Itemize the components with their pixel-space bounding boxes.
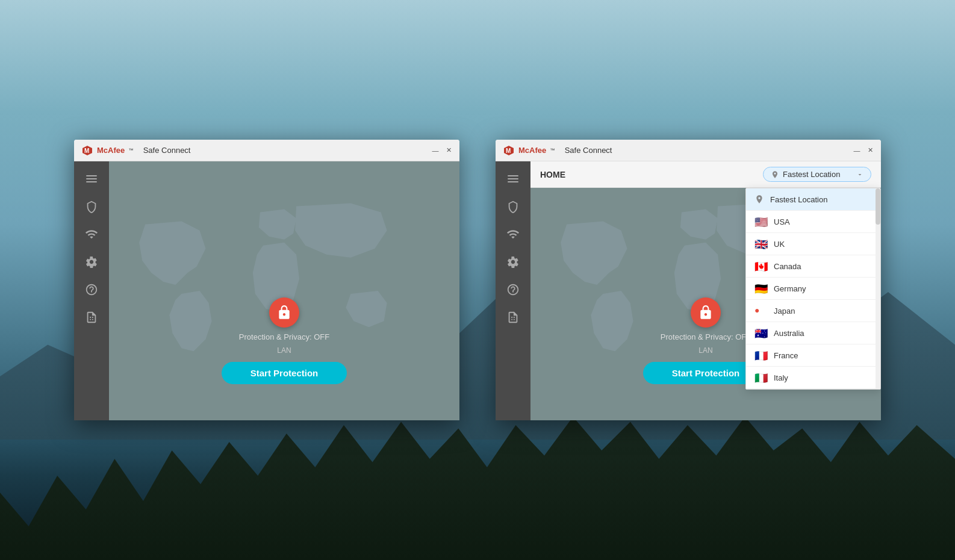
title-bar-2: M McAfee™ Safe Connect — ✕ — [496, 140, 881, 161]
sidebar-shield-2[interactable] — [502, 195, 524, 218]
logo-area-2: M McAfee™ Safe Connect — [503, 145, 853, 157]
svg-text:M: M — [84, 148, 89, 154]
hamburger-icon-1 — [84, 173, 99, 185]
lock-svg-2 — [698, 305, 714, 320]
japan-flag: ● — [754, 306, 768, 316]
info-icon-1 — [85, 311, 98, 324]
info-icon-2 — [506, 311, 520, 324]
protection-text-2: Protection & Privacy: OFF — [661, 332, 751, 341]
svg-text:M: M — [506, 148, 511, 154]
dropdown-item-uk[interactable]: 🇬🇧 UK — [746, 233, 880, 255]
title-app-1: Safe Connect — [143, 146, 191, 155]
dropdown-item-australia[interactable]: 🇦🇺 Australia — [746, 322, 880, 344]
location-text-2: Fastest Location — [783, 170, 853, 179]
dropdown-item-uk-label: UK — [774, 240, 785, 249]
germany-flag: 🇩🇪 — [754, 284, 768, 293]
sidebar-info-1[interactable] — [80, 306, 103, 329]
lock-svg-1 — [276, 305, 292, 320]
australia-flag: 🇦🇺 — [754, 328, 768, 338]
minimize-btn-1[interactable]: — — [432, 147, 439, 154]
dropdown-item-italy-label: Italy — [774, 373, 788, 382]
sidebar-settings-1[interactable] — [80, 250, 103, 273]
app-body-1: HOME Fastest Location — [74, 161, 459, 420]
sidebar-info-2[interactable] — [502, 306, 524, 329]
sidebar-help-2[interactable] — [502, 278, 524, 301]
logo-area-1: M McAfee™ Safe Connect — [81, 145, 432, 157]
usa-flag: 🇺🇸 — [754, 217, 768, 226]
dropdown-item-germany[interactable]: 🇩🇪 Germany — [746, 278, 880, 300]
dropdown-item-japan-label: Japan — [774, 306, 795, 316]
sidebar-wifi-2[interactable] — [502, 223, 524, 246]
windows-container: M McAfee™ Safe Connect — ✕ — [0, 0, 955, 560]
gear-icon-2 — [506, 255, 520, 269]
sidebar-menu-1[interactable] — [80, 167, 103, 190]
title-tm-1: ™ — [128, 148, 133, 153]
dropdown-item-france-label: France — [774, 351, 798, 360]
wifi-icon-1 — [85, 228, 98, 241]
content-center-1: Protection & Privacy: OFF LAN Start Prot… — [109, 297, 459, 384]
location-dropdown-2[interactable]: Fastest Location — [763, 167, 871, 182]
fastest-location-pin-icon — [754, 194, 764, 204]
italy-flag: 🇮🇹 — [754, 373, 768, 382]
close-btn-1[interactable]: ✕ — [445, 147, 452, 154]
shield-icon-2 — [506, 200, 520, 213]
title-app-2: Safe Connect — [565, 146, 612, 155]
sidebar-shield-1[interactable] — [80, 195, 103, 218]
app-body-2: HOME Fastest Location Fastest Location — [496, 161, 881, 420]
lock-icon-1 — [269, 297, 299, 328]
main-content-2: HOME Fastest Location Fastest Location — [530, 161, 881, 420]
help-icon-1 — [85, 283, 98, 296]
sidebar-1 — [74, 161, 109, 420]
gear-icon-1 — [85, 255, 98, 269]
dropdown-item-germany-label: Germany — [774, 284, 806, 293]
uk-flag: 🇬🇧 — [754, 239, 768, 249]
lan-text-1: LAN — [277, 346, 291, 355]
title-bar-1: M McAfee™ Safe Connect — ✕ — [74, 140, 459, 161]
dropdown-item-france[interactable]: 🇫🇷 France — [746, 344, 880, 367]
sidebar-help-1[interactable] — [80, 278, 103, 301]
main-content-1: HOME Fastest Location — [109, 161, 459, 420]
window-controls-2: — ✕ — [853, 147, 874, 154]
dropdown-item-japan[interactable]: ● Japan — [746, 300, 880, 322]
top-bar-2: HOME Fastest Location Fastest Location — [530, 161, 881, 188]
france-flag: 🇫🇷 — [754, 350, 768, 360]
chevron-down-icon-2 — [856, 171, 863, 178]
mcafee-logo-icon-1: M — [81, 145, 93, 157]
lan-text-2: LAN — [698, 346, 712, 355]
dropdown-item-canada[interactable]: 🇨🇦 Canada — [746, 255, 880, 278]
minimize-btn-2[interactable]: — — [853, 147, 860, 154]
dropdown-item-canada-label: Canada — [774, 262, 801, 271]
start-protection-btn-1[interactable]: Start Protection — [222, 362, 347, 384]
lock-icon-2 — [691, 297, 721, 328]
dropdown-item-fastest-label: Fastest Location — [770, 195, 827, 204]
scrollbar-thumb[interactable] — [876, 188, 880, 225]
mcafee-logo-icon-2: M — [503, 145, 515, 157]
dropdown-item-usa-label: USA — [774, 217, 790, 226]
location-pin-icon-2 — [771, 170, 779, 179]
window-controls-1: — ✕ — [432, 147, 452, 154]
help-icon-2 — [506, 283, 520, 296]
location-dropdown-menu: Fastest Location 🇺🇸 USA 🇬🇧 UK 🇨🇦 — [745, 188, 881, 390]
dropdown-item-usa[interactable]: 🇺🇸 USA — [746, 211, 880, 233]
title-brand-2: McAfee — [518, 146, 546, 155]
close-btn-2[interactable]: ✕ — [866, 147, 874, 154]
dropdown-item-fastest[interactable]: Fastest Location — [746, 188, 880, 211]
window-1: M McAfee™ Safe Connect — ✕ — [74, 140, 459, 420]
shield-icon-1 — [85, 200, 98, 213]
dropdown-item-italy[interactable]: 🇮🇹 Italy — [746, 367, 880, 389]
sidebar-settings-2[interactable] — [502, 250, 524, 273]
home-label-2: HOME — [540, 170, 756, 179]
scrollbar-track — [876, 188, 880, 389]
hamburger-icon-2 — [505, 173, 521, 185]
sidebar-wifi-1[interactable] — [80, 223, 103, 246]
title-brand-1: McAfee — [97, 146, 125, 155]
dropdown-item-australia-label: Australia — [774, 329, 804, 338]
sidebar-menu-2[interactable] — [502, 167, 524, 190]
protection-text-1: Protection & Privacy: OFF — [239, 332, 329, 341]
canada-flag: 🇨🇦 — [754, 261, 768, 271]
wifi-icon-2 — [506, 228, 520, 241]
window-2: M McAfee™ Safe Connect — ✕ — [496, 140, 881, 420]
sidebar-2 — [496, 161, 530, 420]
title-tm-2: ™ — [550, 148, 555, 153]
